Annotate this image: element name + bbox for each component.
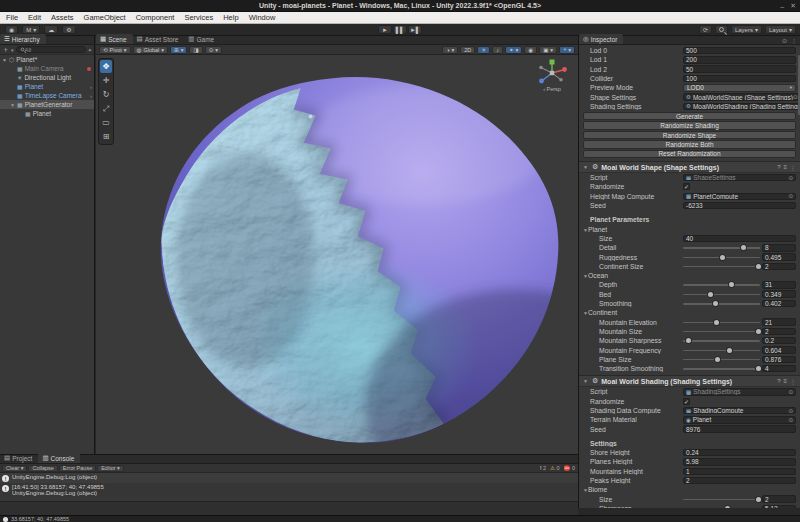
status-bar[interactable]: ! 33.68157; 40; 47.49855 xyxy=(0,515,800,522)
scale-tool[interactable]: ⤢ xyxy=(100,102,112,115)
component-header-moai-world-shape-shape-settings[interactable]: ▼⚙Moai World Shape (Shape Settings)?≡⋮ xyxy=(579,161,800,173)
hierarchy-item-directional-light[interactable]: ☀Directional Light xyxy=(0,73,94,82)
mountain-elevation-slider[interactable] xyxy=(683,319,760,326)
depth-value-field[interactable]: 31 xyxy=(762,281,796,289)
component-header-moai-world-shading-shading-settings[interactable]: ▼⚙Moai World Shading (Shading Settings)?… xyxy=(579,375,800,387)
slider-knob[interactable] xyxy=(741,245,746,250)
add-gameobject-button[interactable]: ＋ xyxy=(2,45,9,55)
plane-size-slider[interactable] xyxy=(683,356,760,363)
info-count-badge[interactable]: ! 2 xyxy=(540,465,546,471)
slider-knob[interactable] xyxy=(713,301,718,306)
randomize-both-button[interactable]: Randomize Both xyxy=(583,140,796,148)
prefab-open-arrow-icon[interactable]: › xyxy=(90,93,92,99)
help-icon[interactable]: ? xyxy=(777,164,780,171)
console-error-pause-button[interactable]: Error Pause xyxy=(59,465,96,472)
console-log-entry[interactable]: ![16:41:50] 33.68157; 40; 47.49855UnityE… xyxy=(0,483,578,497)
hidden-objects-toggle[interactable]: ◉ xyxy=(524,46,537,54)
continent-size-value-field[interactable]: 2 xyxy=(762,263,796,271)
rect-tool[interactable]: ▭ xyxy=(100,116,112,129)
menu-help[interactable]: Help xyxy=(223,13,238,22)
foldout-icon[interactable]: ▼ xyxy=(10,102,15,108)
prefab-open-arrow-icon[interactable]: › xyxy=(90,84,92,90)
mountain-size-value-field[interactable]: 2 xyxy=(762,328,796,336)
seed-field[interactable]: 8976 xyxy=(683,425,796,433)
error-count-badge[interactable]: ⛔ 0 xyxy=(564,465,575,471)
menu-component[interactable]: Component xyxy=(136,13,175,22)
help-icon[interactable]: ? xyxy=(777,378,780,385)
randomize-shape-button[interactable]: Randomize Shape xyxy=(583,131,796,139)
version-control-status-button[interactable]: ⟳ xyxy=(699,25,712,34)
scene-viewport[interactable]: ✥✛↻⤢▭⊞ xyxy=(96,55,578,454)
shore-height-field[interactable]: 0.24 xyxy=(683,449,796,457)
ruggedness-slider[interactable] xyxy=(683,254,760,261)
slider-knob[interactable] xyxy=(729,282,734,287)
field-label[interactable]: ▼Continent xyxy=(583,309,683,316)
hierarchy-item-timelapse-camera[interactable]: ▦TimeLapse Camera› xyxy=(0,91,94,100)
play-button[interactable]: ► xyxy=(378,25,392,34)
slider-knob[interactable] xyxy=(756,329,761,334)
transition-smoothing-value-field[interactable]: 4 xyxy=(762,365,796,373)
lod-1-field[interactable]: 200 xyxy=(683,56,796,64)
smoothing-value-field[interactable]: 0.402 xyxy=(762,300,796,308)
detail-value-field[interactable]: 8 xyxy=(762,244,796,252)
mountain-frequency-slider[interactable] xyxy=(683,347,760,354)
foldout-icon[interactable]: ▼ xyxy=(2,57,7,63)
generate-button[interactable]: Generate xyxy=(583,112,796,120)
minimize-button[interactable]: – xyxy=(780,3,784,10)
kebab-menu-icon[interactable]: ⋮ xyxy=(790,164,796,171)
tab-hierarchy[interactable]: ☰Hierarchy xyxy=(0,34,46,44)
slider-knob[interactable] xyxy=(756,497,761,502)
presets-icon[interactable]: ≡ xyxy=(783,378,787,385)
tab-console[interactable]: ▥Console xyxy=(38,453,80,463)
size-slider[interactable] xyxy=(683,496,760,503)
hierarchy-item-planetgenerator[interactable]: ▼▦PlanetGenerator xyxy=(0,100,94,109)
slider-knob[interactable] xyxy=(720,255,725,260)
pivot-dropdown[interactable]: ⟲Pivot▾ xyxy=(99,46,131,54)
reset-randomization-button[interactable]: Reset Randomization xyxy=(583,150,796,158)
depth-slider[interactable] xyxy=(683,281,760,288)
continent-size-slider[interactable] xyxy=(683,263,760,270)
bed-value-field[interactable]: 0.349 xyxy=(762,290,796,298)
mountain-frequency-value-field[interactable]: 0.604 xyxy=(762,346,796,354)
kebab-menu-icon[interactable]: ⋮ xyxy=(791,37,797,44)
move-tool[interactable]: ✛ xyxy=(100,74,112,87)
account-button[interactable]: ◉ xyxy=(5,25,18,34)
snap-increment-dropdown[interactable]: ⊙▾ xyxy=(205,46,222,54)
2d-toggle[interactable]: 2D xyxy=(460,46,475,54)
menu-assets[interactable]: Assets xyxy=(51,13,74,22)
tab-inspector[interactable]: ◎Inspector xyxy=(579,34,623,44)
warning-count-badge[interactable]: ⚠ 0 xyxy=(550,465,560,471)
hierarchy-item-planet[interactable]: ▦Planet xyxy=(0,109,94,118)
tab-game[interactable]: ▥Game xyxy=(184,34,220,44)
view-tool[interactable]: ✥ xyxy=(100,60,112,73)
layout-dropdown[interactable]: Layout▾ xyxy=(765,25,796,34)
menu-file[interactable]: File xyxy=(6,13,18,22)
shading-mode-dropdown[interactable]: ◑▾ xyxy=(442,46,458,54)
object-picker-icon[interactable]: ⊙ xyxy=(788,417,793,423)
object-picker-icon[interactable]: ⊙ xyxy=(788,175,793,181)
object-picker-icon[interactable]: ⊙ xyxy=(788,193,793,199)
hierarchy-item-main-camera[interactable]: ▦Main Camera xyxy=(0,64,94,73)
mountain-sharpness-value-field[interactable]: 0.2 xyxy=(762,337,796,345)
search-filter-icon[interactable]: ✦ xyxy=(88,47,92,53)
slider-knob[interactable] xyxy=(727,348,732,353)
sharpness-value-field[interactable]: 5.12 xyxy=(762,505,796,508)
shading-settings-object-field[interactable]: ⚙MoaiWorldShading (Shading Settings)⊙ xyxy=(683,103,800,111)
slider-knob[interactable] xyxy=(714,320,719,325)
slider-knob[interactable] xyxy=(686,338,691,343)
menu-services[interactable]: Services xyxy=(184,13,213,22)
orientation-gizmo[interactable]: ‹ Persp xyxy=(532,57,572,92)
lighting-toggle[interactable]: ☀ xyxy=(477,46,490,54)
transform-tool[interactable]: ⊞ xyxy=(100,130,112,143)
lod-0-field[interactable]: 500 xyxy=(683,47,796,55)
lod-2-field[interactable]: 50 xyxy=(683,65,796,73)
rotate-tool[interactable]: ↻ xyxy=(100,88,112,101)
pause-button[interactable]: ▌▌ xyxy=(393,25,407,34)
services-button[interactable]: ⚙ xyxy=(62,25,75,34)
slider-knob[interactable] xyxy=(725,506,730,508)
ruggedness-value-field[interactable]: 0.495 xyxy=(762,253,796,261)
mountains-height-field[interactable]: 1 xyxy=(683,468,796,476)
mountain-size-slider[interactable] xyxy=(683,328,760,335)
close-button[interactable]: ✕ xyxy=(790,2,796,10)
grid-visibility-dropdown[interactable]: ⊞▾ xyxy=(170,46,187,54)
